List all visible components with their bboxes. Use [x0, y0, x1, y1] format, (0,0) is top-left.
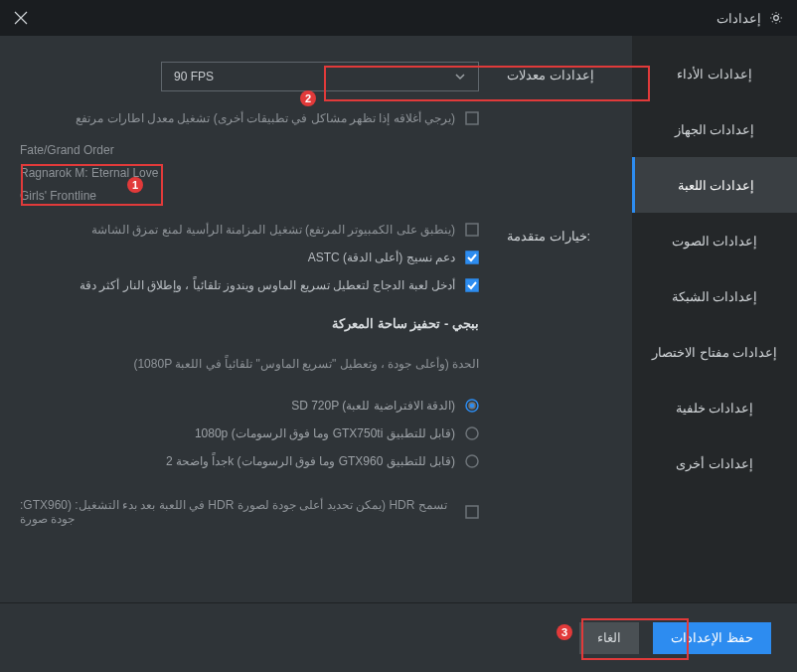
- checkbox-checked-icon: [465, 278, 479, 292]
- svg-rect-3: [466, 279, 478, 291]
- svg-rect-0: [466, 112, 478, 124]
- radio-icon: [465, 454, 479, 468]
- svg-point-7: [466, 455, 478, 467]
- list-item: Girls' Frontline: [20, 185, 443, 208]
- save-button[interactable]: حفظ الإعدادات: [653, 622, 771, 654]
- gear-icon: [769, 11, 783, 25]
- window-title: إعدادات: [717, 11, 761, 26]
- radio-selected-icon: [465, 399, 479, 413]
- hdr-checkbox-row[interactable]: :GTX960) :في اللعبة بعد بدء التشغيل HDR …: [20, 498, 479, 526]
- checkbox-icon: [465, 223, 479, 237]
- svg-point-6: [466, 427, 478, 439]
- advanced-label: :خيارات متقدمة: [507, 223, 602, 244]
- sidebar-item-wallpaper[interactable]: إعدادات خلفية: [632, 380, 797, 435]
- mouse-accel-checkbox-row[interactable]: أدخل لعبة الدجاج لتعطيل تسريع الماوس وين…: [20, 278, 479, 292]
- pubg-title: ببجي - تحفيز ساحة المعركة: [20, 316, 479, 331]
- resolution-radio-group: SD 720P (الدقة الافتراضية للعبة) 1080p (…: [20, 399, 479, 468]
- sidebar: إعدادات الأداء إعدادات الجهاز إعدادات ال…: [632, 36, 797, 602]
- chevron-down-icon: [454, 71, 466, 83]
- sidebar-item-shortcut[interactable]: إعدادات مفتاح الاختصار: [632, 324, 797, 380]
- checkbox-icon: [465, 111, 479, 125]
- sidebar-item-performance[interactable]: إعدادات الأداء: [632, 46, 797, 101]
- radio-1080p[interactable]: 1080p (وما فوق الرسومات GTX750ti قابل لل…: [20, 426, 479, 440]
- radio-sd720p[interactable]: SD 720P (الدقة الافتراضية للعبة): [20, 399, 479, 413]
- cancel-button[interactable]: الغاء: [579, 622, 639, 654]
- list-item: Ragnarok M: Eternal Love: [20, 162, 443, 185]
- svg-point-5: [469, 403, 475, 409]
- sidebar-item-game[interactable]: إعدادات اللعبة: [632, 157, 797, 213]
- list-item: Fate/Grand Order: [20, 139, 443, 162]
- close-icon[interactable]: [14, 11, 28, 25]
- game-list: Fate/Grand Order Ragnarok M: Eternal Lov…: [20, 139, 479, 207]
- svg-rect-1: [466, 224, 478, 236]
- sidebar-item-device[interactable]: إعدادات الجهاز: [632, 101, 797, 157]
- content-area: إعدادات معدلات 90 FPS (يرجي أغلاقه إذا ت…: [0, 36, 632, 602]
- fps-label: إعدادات معدلات: [507, 62, 602, 83]
- sidebar-item-other[interactable]: إعدادات أخرى: [632, 435, 797, 491]
- svg-rect-8: [466, 506, 478, 518]
- sidebar-item-network[interactable]: إعدادات الشبكة: [632, 268, 797, 324]
- sidebar-item-sound[interactable]: إعدادات الصوت: [632, 213, 797, 268]
- checkbox-icon: [465, 505, 479, 519]
- titlebar: إعدادات: [0, 0, 797, 36]
- pubg-subtitle: الحدة (وأعلى جودة ، وتعطيل "تسريع الماوس…: [20, 357, 479, 371]
- checkbox-checked-icon: [465, 251, 479, 264]
- fps-select[interactable]: 90 FPS: [161, 62, 479, 91]
- astc-checkbox-row[interactable]: ASTC دعم نسيج (أعلى الدقة): [20, 251, 479, 264]
- high-fps-checkbox-row[interactable]: (يرجي أغلاقه إذا تظهر مشاكل في تطبيقات أ…: [20, 111, 479, 125]
- footer: الغاء حفظ الإعدادات: [0, 602, 797, 672]
- vsync-checkbox-row[interactable]: (ينطبق على الكمبيوتر المرتفع) تشغيل المز…: [20, 223, 479, 237]
- svg-rect-2: [466, 252, 478, 263]
- radio-icon: [465, 426, 479, 440]
- radio-2k[interactable]: جداً واضحة 2k (وما فوق الرسومات GTX960 ق…: [20, 454, 479, 468]
- fps-select-value: 90 FPS: [174, 70, 214, 84]
